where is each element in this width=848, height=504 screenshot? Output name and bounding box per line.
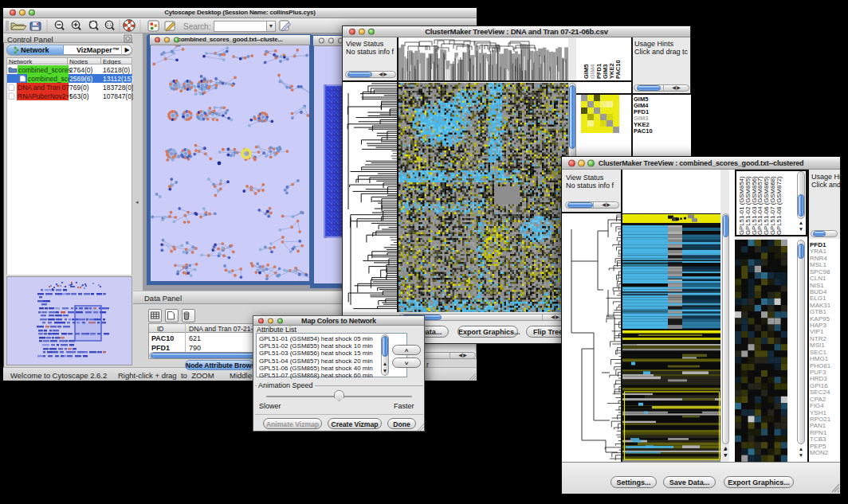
svg-text:1:1: 1:1 [107, 23, 112, 27]
